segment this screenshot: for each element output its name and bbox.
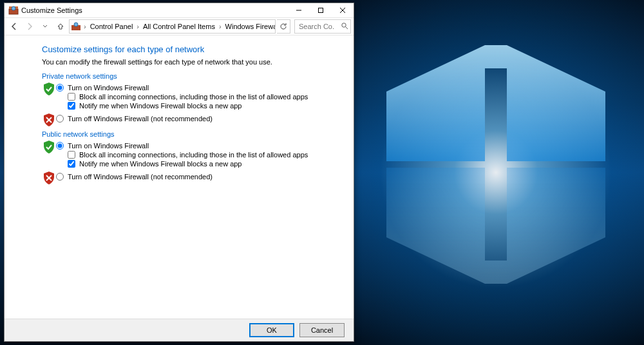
breadcrumb[interactable]: › Control Panel › All Control Panel Item… — [69, 19, 276, 34]
private-notify-label: Notify me when Windows Firewall blocks a… — [79, 102, 242, 110]
search-box[interactable] — [294, 19, 351, 34]
public-turn-off-label: Turn off Windows Firewall (not recommend… — [68, 173, 213, 181]
minimize-button[interactable] — [288, 3, 310, 17]
public-block-all-label: Block all incoming connections, includin… — [79, 151, 308, 159]
shield-block-icon — [42, 172, 56, 184]
search-icon — [341, 22, 348, 31]
chevron-right-icon: › — [82, 23, 88, 30]
private-notify-checkbox[interactable] — [68, 102, 75, 110]
breadcrumb-item[interactable]: All Control Panel Items — [140, 23, 218, 30]
page-description: You can modify the firewall settings for… — [42, 58, 342, 66]
content-pane: Customize settings for each type of netw… — [5, 35, 354, 319]
maximize-button[interactable] — [310, 3, 332, 17]
firewall-path-icon — [71, 21, 81, 32]
titlebar: Customize Settings — [5, 3, 354, 18]
cancel-button[interactable]: Cancel — [299, 323, 345, 337]
shield-ok-icon — [42, 141, 56, 153]
private-block-all-checkbox[interactable] — [68, 93, 75, 101]
private-turn-on-label: Turn on Windows Firewall — [68, 84, 149, 92]
svg-line-11 — [346, 27, 348, 30]
private-turn-off-label: Turn off Windows Firewall (not recommend… — [68, 115, 213, 123]
public-notify-checkbox[interactable] — [68, 160, 75, 168]
svg-point-10 — [342, 23, 346, 27]
public-group-label: Public network settings — [42, 130, 342, 138]
recent-dropdown[interactable] — [38, 19, 52, 34]
up-button[interactable] — [53, 19, 68, 34]
svg-point-9 — [74, 23, 78, 26]
svg-rect-5 — [319, 8, 323, 13]
public-turn-on-label: Turn on Windows Firewall — [68, 142, 149, 150]
ok-button[interactable]: OK — [249, 323, 294, 337]
shield-ok-icon — [42, 83, 56, 95]
navigation-bar: › Control Panel › All Control Panel Item… — [5, 18, 354, 35]
shield-block-icon — [42, 113, 56, 126]
private-group-label: Private network settings — [42, 72, 342, 80]
public-notify-label: Notify me when Windows Firewall blocks a… — [79, 160, 242, 168]
svg-point-3 — [12, 6, 15, 10]
search-input[interactable] — [298, 22, 336, 31]
page-heading: Customize settings for each type of netw… — [42, 44, 342, 54]
close-button[interactable] — [332, 3, 354, 17]
firewall-app-icon — [8, 5, 19, 15]
chevron-right-icon: › — [218, 23, 223, 30]
window-title: Customize Settings — [21, 6, 82, 14]
private-turn-off-radio[interactable] — [56, 115, 64, 123]
customize-settings-window: Customize Settings › Control Panel › All… — [4, 3, 354, 342]
private-block-all-label: Block all incoming connections, includin… — [79, 93, 308, 101]
private-turn-on-radio[interactable] — [56, 84, 64, 92]
public-block-all-checkbox[interactable] — [68, 151, 75, 159]
refresh-button[interactable] — [277, 19, 290, 34]
breadcrumb-item[interactable]: Control Panel — [88, 23, 136, 30]
public-turn-on-radio[interactable] — [56, 142, 64, 150]
public-turn-off-radio[interactable] — [56, 173, 64, 181]
chevron-right-icon: › — [135, 23, 140, 30]
back-button[interactable] — [7, 19, 21, 34]
breadcrumb-item[interactable]: Windows Firewall — [223, 23, 276, 30]
forward-button[interactable] — [23, 19, 37, 34]
dialog-footer: OK Cancel — [5, 319, 354, 341]
